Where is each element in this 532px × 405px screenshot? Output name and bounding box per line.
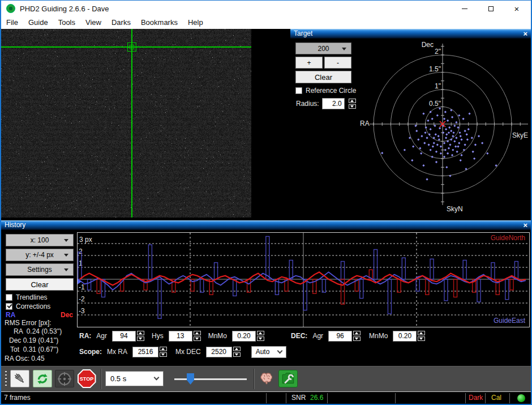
radius-input[interactable]: 2.0 <box>322 98 345 109</box>
mxra-label: Mx RA <box>107 348 127 356</box>
dec-agr-label: Agr <box>312 332 323 340</box>
guide-button[interactable] <box>55 370 74 387</box>
spin-up-button[interactable] <box>418 331 425 335</box>
menu-item-file[interactable]: File <box>1 16 23 29</box>
usb-plug-icon <box>12 372 27 386</box>
dec-minmove-spinner[interactable]: 0.20 <box>393 331 425 342</box>
corrections-checkbox[interactable] <box>6 303 12 310</box>
spin-down-button[interactable] <box>233 352 241 357</box>
reference-circle-row: Reference Circle <box>295 87 356 95</box>
camera-properties-button[interactable] <box>278 370 298 387</box>
dec-guide-mode-dropdown[interactable]: Auto <box>251 346 286 358</box>
guide-east-legend: GuideEast <box>494 317 526 325</box>
spin-up-button[interactable] <box>349 99 356 103</box>
ra-minmove-spinner[interactable]: 0.20 <box>232 331 264 342</box>
history-yscale-dropdown[interactable]: y: +/-4 px <box>6 249 74 261</box>
menu-item-bookmarks[interactable]: Bookmarks <box>136 16 183 29</box>
crosshair-vertical-line <box>131 29 132 218</box>
y-axis-tick-label: -1 <box>79 283 85 291</box>
spin-up-button[interactable] <box>233 347 241 351</box>
axis-label-skye: SkyE <box>512 131 528 139</box>
ring-label: 2" <box>435 48 441 56</box>
connect-equipment-button[interactable] <box>10 370 29 387</box>
minimize-icon <box>462 8 467 9</box>
dec-aggression-spinner[interactable]: 96 <box>328 331 361 342</box>
loop-exposures-button[interactable] <box>33 370 52 387</box>
spin-down-button[interactable] <box>349 104 356 109</box>
trendlines-checkbox[interactable] <box>6 294 12 301</box>
target-panel-close-icon[interactable]: × <box>523 29 527 39</box>
title-bar[interactable]: PHD2 Guiding 2.6.6 - Dave × <box>1 1 531 16</box>
ra-hysteresis-spinner[interactable]: 13 <box>169 331 201 342</box>
axis-label-skyn: SkyN <box>447 205 463 213</box>
menu-item-help[interactable]: Help <box>183 16 208 29</box>
snr-label: SNR <box>291 394 306 402</box>
window-border-left <box>0 0 1 405</box>
camera-image[interactable] <box>1 29 251 218</box>
slider-track[interactable] <box>174 378 247 380</box>
exposure-duration-dropdown[interactable]: 0.5 s <box>105 371 164 386</box>
history-settings-dropdown[interactable]: Settings <box>6 263 74 276</box>
history-panel-close-icon[interactable]: × <box>523 220 527 230</box>
close-button[interactable]: × <box>504 1 530 16</box>
max-ra-duration-spinner[interactable]: 2516 <box>132 347 167 357</box>
toolbar-separator <box>101 369 101 389</box>
toolbar-grip[interactable] <box>5 371 7 388</box>
close-icon: × <box>514 5 520 13</box>
spin-down-button[interactable] <box>160 352 167 357</box>
crosshair-horizontal-line <box>1 46 251 48</box>
spin-down-button[interactable] <box>353 336 361 341</box>
spin-up-button[interactable] <box>353 331 361 335</box>
ra-aggression-spinner[interactable]: 94 <box>112 331 144 342</box>
stop-sign-icon: STOP <box>78 369 96 388</box>
toolbar-separator <box>254 369 254 389</box>
chevron-down-icon <box>277 348 282 353</box>
gamma-slider[interactable] <box>171 371 250 387</box>
spin-up-button[interactable] <box>194 331 201 335</box>
ra-series-legend: RA <box>6 311 15 319</box>
history-clear-button[interactable]: Clear <box>6 278 74 291</box>
spin-down-button[interactable] <box>418 336 425 341</box>
menu-bar: FileGuideToolsViewDarksBookmarksHelp <box>1 16 531 29</box>
maximize-button[interactable] <box>478 1 504 16</box>
phd2-app-icon <box>6 4 15 13</box>
history-xscale-dropdown[interactable]: x: 100 <box>6 234 74 246</box>
advanced-settings-button[interactable] <box>257 370 276 387</box>
menu-item-tools[interactable]: Tools <box>53 16 80 29</box>
spin-up-button[interactable] <box>137 331 144 335</box>
spin-down-button[interactable] <box>194 336 201 341</box>
radius-spinner <box>349 99 356 109</box>
menu-item-guide[interactable]: Guide <box>23 16 53 29</box>
star-selection-inner-box <box>130 45 134 49</box>
target-panel-caption[interactable]: Target × <box>290 29 531 39</box>
minimize-button[interactable] <box>452 1 478 16</box>
dropdown-arrow-icon <box>64 254 68 257</box>
target-clear-button[interactable]: Clear <box>295 71 351 83</box>
ra-hys-label: Hys <box>152 332 164 340</box>
menu-item-view[interactable]: View <box>80 16 106 29</box>
spin-up-button[interactable] <box>257 331 264 335</box>
status-bar: 7 frames SNR 26.6 Dark Cal <box>1 391 531 404</box>
spin-down-button[interactable] <box>257 336 264 341</box>
stop-button[interactable]: STOP <box>77 370 96 387</box>
cal-status-badge: Cal <box>491 394 501 402</box>
menu-item-darks[interactable]: Darks <box>106 16 136 29</box>
history-panel-caption[interactable]: History × <box>1 220 531 230</box>
spin-up-button[interactable] <box>160 347 167 351</box>
guide-north-legend: GuideNorth <box>491 234 525 242</box>
scope-label: Scope: <box>79 348 102 356</box>
frame-counter: 7 frames <box>4 394 31 402</box>
guide-star-scatter-points <box>381 107 497 180</box>
y-axis-tick-label: -3 <box>79 307 85 315</box>
target-panel: 0.5"1"1.5"2"DecRASkyESkyN Target × 200 +… <box>290 29 531 218</box>
target-zoom-out-button[interactable]: - <box>324 57 351 69</box>
target-zoom-dropdown[interactable]: 200 <box>295 42 351 54</box>
axis-label-ra: RA <box>360 120 370 127</box>
spin-down-button[interactable] <box>137 336 144 341</box>
guide-params-row: RA: Agr 94 Hys 13 MnMo 0.20 DEC: Agr 96 <box>79 330 425 342</box>
reference-circle-checkbox[interactable] <box>295 87 302 94</box>
target-zoom-in-button[interactable]: + <box>295 57 323 69</box>
slider-handle[interactable] <box>187 373 194 385</box>
max-dec-duration-spinner[interactable]: 2520 <box>206 347 241 357</box>
dark-status-badge: Dark <box>469 394 483 402</box>
